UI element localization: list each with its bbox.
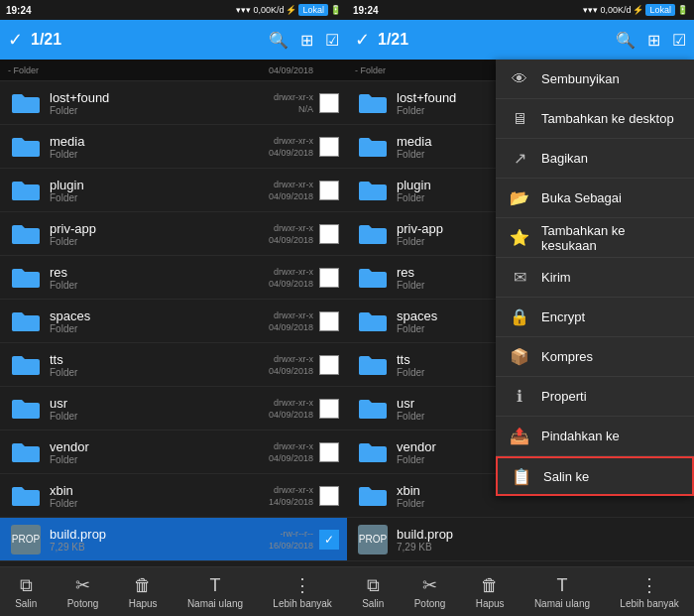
folder-icon [355, 347, 391, 383]
right-search-icon[interactable]: 🔍 [616, 31, 636, 50]
list-item[interactable]: res Folder drwxr-xr-x 04/09/2018 [0, 256, 347, 300]
file-date: 04/09/2018 [269, 322, 313, 332]
file-date: 04/09/2018 [269, 191, 313, 201]
left-grid-icon[interactable]: ⊞ [300, 31, 313, 50]
menu-item[interactable]: 🔒 Encrypt [496, 298, 694, 337]
menu-item-icon: ⭐ [510, 228, 529, 247]
menu-item[interactable]: ⭐ Tambahkan ke kesukaan [496, 218, 694, 258]
file-sub: Folder [397, 498, 686, 509]
file-checkbox[interactable] [319, 530, 339, 550]
file-checkbox[interactable] [319, 486, 339, 506]
right-more-icon: ⋮ [640, 574, 658, 596]
file-checkbox[interactable] [319, 93, 339, 113]
right-btn-namai[interactable]: T Namai ulang [534, 575, 590, 609]
right-btn-hapus[interactable]: 🗑 Hapus [476, 575, 505, 609]
file-perms: drwxr-xr-x [274, 267, 313, 277]
menu-item-label: Kirim [541, 270, 571, 285]
file-meta: drwxr-xr-x N/A [274, 92, 313, 114]
folder-icon [8, 304, 44, 339]
list-item[interactable]: vendor Folder drwxr-xr-x 04/09/2018 [0, 431, 347, 474]
folder-icon [8, 85, 44, 121]
file-perms: drwxr-xr-x [274, 441, 313, 451]
list-item[interactable]: lost+found Folder drwxr-xr-x N/A [0, 81, 347, 125]
right-potong-icon: ✂ [422, 574, 437, 596]
file-meta: drwxr-xr-x 14/09/2018 [269, 485, 313, 507]
file-perms: -rw-r--r-- [281, 529, 313, 539]
right-network-speed: 0,00K/d [600, 5, 631, 15]
list-item[interactable]: media Folder drwxr-xr-x 04/09/2018 [0, 125, 347, 169]
file-info: vendor Folder [44, 439, 269, 465]
list-item[interactable]: usr Folder drwxr-xr-x 04/09/2018 [0, 387, 347, 431]
menu-item-label: Bagikan [541, 151, 588, 166]
list-item[interactable]: PROP build.prop 7,29 KB [347, 518, 694, 561]
list-item[interactable]: spaces Folder drwxr-xr-x 04/09/2018 [0, 300, 347, 343]
file-perms: drwxr-xr-x [274, 398, 313, 408]
right-btn-salin[interactable]: ⧉ Salin [362, 575, 384, 609]
folder-icon [8, 129, 44, 165]
left-btn-salin[interactable]: ⧉ Salin [15, 575, 37, 609]
menu-item-label: Tambahkan ke kesukaan [541, 223, 680, 253]
menu-item-label: Properti [541, 389, 587, 404]
list-item[interactable]: xbin Folder drwxr-xr-x 14/09/2018 [0, 474, 347, 518]
menu-item[interactable]: 📂 Buka Sebagai [496, 179, 694, 218]
file-meta: -rw-r--r-- 16/09/2018 [269, 529, 313, 551]
file-name: lost+found [50, 90, 274, 105]
left-btn-more[interactable]: ⋮ Lebih banyak [273, 574, 332, 609]
right-btn-potong[interactable]: ✂ Potong [414, 574, 446, 609]
list-item[interactable]: ? recovery-from-boo... [347, 561, 694, 566]
right-select-all-icon[interactable]: ☑ [672, 31, 686, 50]
file-name: priv-app [50, 221, 269, 236]
menu-item[interactable]: 🖥 Tambahkan ke desktop [496, 99, 694, 139]
left-search-icon[interactable]: 🔍 [269, 31, 289, 50]
file-checkbox[interactable] [319, 311, 339, 331]
file-info: priv-app Folder [44, 221, 269, 247]
right-btn-more[interactable]: ⋮ Lebih banyak [620, 574, 679, 609]
left-count: 1/21 [31, 31, 257, 49]
file-checkbox[interactable] [319, 224, 339, 244]
file-checkbox[interactable] [319, 181, 339, 200]
left-btn-potong[interactable]: ✂ Potong [67, 574, 99, 609]
list-item[interactable]: priv-app Folder drwxr-xr-x 04/09/2018 [0, 212, 347, 256]
file-sub: Folder [50, 454, 269, 465]
right-grid-icon[interactable]: ⊞ [647, 31, 660, 50]
list-item[interactable]: tts Folder drwxr-xr-x 04/09/2018 [0, 343, 347, 387]
folder-icon [8, 478, 44, 514]
file-checkbox[interactable] [319, 399, 339, 419]
hapus-label: Hapus [129, 598, 158, 609]
list-item[interactable]: ? recovery-from-boot.bak 281,45 KB -rw-r… [0, 561, 347, 566]
left-btn-hapus[interactable]: 🗑 Hapus [129, 575, 158, 609]
salin-icon: ⧉ [20, 575, 33, 596]
list-item[interactable]: PROP build.prop 7,29 KB -rw-r--r-- 16/09… [0, 518, 347, 561]
file-perms: drwxr-xr-x [274, 136, 313, 146]
file-checkbox[interactable] [319, 137, 339, 157]
menu-item[interactable]: 📦 Kompres [496, 337, 694, 377]
file-name: xbin [50, 483, 269, 498]
menu-item[interactable]: ↗ Bagikan [496, 139, 694, 179]
left-file-list[interactable]: lost+found Folder drwxr-xr-x N/A media F… [0, 81, 347, 566]
menu-item-label: Kompres [541, 349, 593, 364]
left-select-all-icon[interactable]: ☑ [325, 31, 339, 50]
folder-icon [8, 173, 44, 208]
menu-item[interactable]: 📤 Pindahkan ke [496, 417, 694, 456]
menu-item[interactable]: 👁 Sembunyikan [496, 60, 694, 99]
list-item[interactable]: plugin Folder drwxr-xr-x 04/09/2018 [0, 169, 347, 212]
file-date: 04/09/2018 [269, 279, 313, 289]
menu-item[interactable]: ✉ Kirim [496, 258, 694, 298]
right-check-icon[interactable]: ✓ [355, 29, 370, 51]
folder-icon [355, 85, 391, 121]
left-check-icon[interactable]: ✓ [8, 29, 23, 51]
potong-icon: ✂ [75, 574, 90, 596]
left-header-perms: - Folder [8, 65, 269, 75]
file-checkbox[interactable] [319, 268, 339, 288]
file-checkbox[interactable] [319, 442, 339, 462]
file-name: res [50, 265, 269, 280]
folder-icon [8, 216, 44, 252]
right-namai-icon: T [556, 575, 567, 596]
left-btn-namai[interactable]: T Namai ulang [187, 575, 243, 609]
file-checkbox[interactable] [319, 355, 339, 375]
menu-item[interactable]: 📋 Salin ke [496, 456, 694, 496]
menu-item-label: Encrypt [541, 309, 585, 324]
menu-item[interactable]: ℹ Properti [496, 377, 694, 417]
file-name: spaces [50, 308, 269, 323]
menu-item-label: Buka Sebagai [541, 190, 622, 205]
